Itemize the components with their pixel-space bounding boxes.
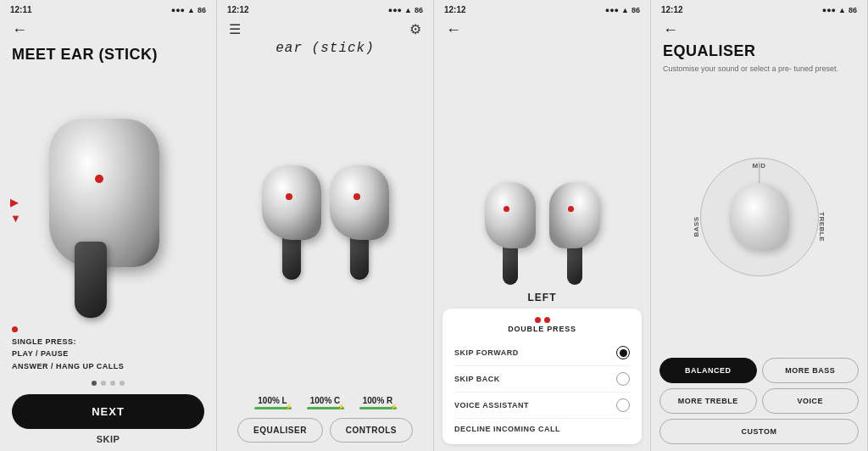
earbud-right-stem-3 xyxy=(567,244,582,285)
battery-3: 86 xyxy=(632,6,640,14)
earbuds-display-3 xyxy=(434,39,650,292)
option-skip-back[interactable]: SKIP BACK xyxy=(454,366,630,393)
earbud-left xyxy=(262,165,321,280)
preset-balanced[interactable]: BALANCED xyxy=(659,358,757,383)
earbud-image-1 xyxy=(49,119,168,271)
screen-device-home: 12:12 ●●● ▲ 86 ☰ ⚙ ear (stick) 100% L xyxy=(217,0,434,451)
radio-skip-back[interactable] xyxy=(616,372,630,386)
radio-skip-forward[interactable] xyxy=(616,346,630,359)
earbud-left-body xyxy=(262,165,321,240)
skip-button[interactable]: SKIP xyxy=(0,434,216,451)
back-button-4[interactable]: ← xyxy=(651,16,867,39)
press-dot-1 xyxy=(535,317,541,323)
double-press-dots xyxy=(454,317,630,323)
page-dots xyxy=(0,376,216,391)
screen-equaliser: 12:12 ●●● ▲ 86 ← EQUALISER Customise you… xyxy=(651,0,868,451)
back-button-3[interactable]: ← xyxy=(434,16,650,39)
battery-center: 100% C xyxy=(307,396,344,409)
preset-more-treble[interactable]: MORE TREBLE xyxy=(659,388,757,414)
option-voice-assistant[interactable]: VOICE ASSISTANT xyxy=(454,393,630,419)
earbud-left-stem-3 xyxy=(503,244,518,285)
dot-1 xyxy=(92,381,97,386)
option-decline-call-label: DECLINE INCOMING CALL xyxy=(454,425,560,433)
signal-icon-2: ●●● xyxy=(388,6,402,14)
page-subtitle-4: Customise your sound or select a pre- tu… xyxy=(651,60,867,80)
screen-controls: 12:12 ●●● ▲ 86 ← LEFT DOUBLE PRES xyxy=(434,0,651,451)
double-press-label: DOUBLE PRESS xyxy=(454,325,630,333)
info-red-dot xyxy=(12,326,18,332)
earbud-right xyxy=(330,165,389,280)
arrow-down-icon: ▼ xyxy=(10,212,21,225)
option-skip-forward[interactable]: SKIP FORWARD xyxy=(454,340,630,366)
press-dot-2 xyxy=(544,317,550,323)
earbud-right-body-3 xyxy=(549,182,600,248)
wifi-icon-1: ▲ xyxy=(187,6,195,14)
status-icons-2: ●●● ▲ 86 xyxy=(388,6,423,14)
status-time-3: 12:12 xyxy=(444,5,466,14)
status-bar-4: 12:12 ●●● ▲ 86 xyxy=(651,0,867,16)
earbud-left-3 xyxy=(485,182,536,285)
earbud-left-stem xyxy=(282,233,301,280)
eq-label-bass: BASS xyxy=(692,217,699,237)
back-button-1[interactable]: ← xyxy=(0,16,216,39)
preset-custom[interactable]: CUSTOM xyxy=(659,419,859,444)
radio-voice-assistant[interactable] xyxy=(616,398,630,412)
wifi-icon-3: ▲ xyxy=(621,6,629,14)
controls-card: DOUBLE PRESS SKIP FORWARD SKIP BACK VOIC… xyxy=(442,309,642,444)
tab-label: LEFT xyxy=(434,292,650,309)
earbud-illustration-1: ▶ ▼ xyxy=(0,64,216,326)
dot-3 xyxy=(110,381,115,386)
next-button[interactable]: NEXT xyxy=(12,394,204,429)
signal-icon-4: ●●● xyxy=(822,6,836,14)
eq-earbud-shape xyxy=(730,183,789,251)
earbud-right-body xyxy=(330,165,389,240)
option-voice-assistant-label: VOICE ASSISTANT xyxy=(454,401,529,409)
battery-status: 100% L 100% C 100% R xyxy=(217,393,433,415)
status-time-4: 12:12 xyxy=(661,5,683,14)
battery-2: 86 xyxy=(415,6,423,14)
battery-4: 86 xyxy=(849,6,857,14)
info-line-2: ANSWER / HANG UP CALLS xyxy=(12,360,204,372)
double-press-header: DOUBLE PRESS xyxy=(454,317,630,333)
wifi-icon-2: ▲ xyxy=(404,6,412,14)
wifi-icon-4: ▲ xyxy=(838,6,846,14)
info-label: SINGLE PRESS: xyxy=(12,336,204,348)
status-icons-1: ●●● ▲ 86 xyxy=(171,6,206,14)
settings-icon[interactable]: ⚙ xyxy=(409,21,421,37)
option-decline-call[interactable]: DECLINE INCOMING CALL xyxy=(454,419,630,439)
dot-2 xyxy=(101,381,106,386)
battery-left-bar xyxy=(254,407,292,409)
equaliser-button[interactable]: EQUALISER xyxy=(237,418,323,443)
brand-name: ear (stick) xyxy=(217,37,433,61)
controls-button[interactable]: CONTROLS xyxy=(330,418,413,443)
preset-buttons: BALANCED MORE BASS MORE TREBLE VOICE CUS… xyxy=(651,354,867,451)
preset-more-bass[interactable]: MORE BASS xyxy=(762,358,860,383)
action-buttons: EQUALISER CONTROLS xyxy=(217,415,433,451)
screen-meet-ear: 12:11 ●●● ▲ 86 ← MEET EAR (STICK) ▶ ▼ SI… xyxy=(0,0,217,451)
arrow-right-icon: ▶ xyxy=(10,196,21,209)
menu-icon[interactable]: ☰ xyxy=(229,21,241,37)
status-time-2: 12:12 xyxy=(227,5,249,14)
status-icons-3: ●●● ▲ 86 xyxy=(605,6,640,14)
earbuds-display xyxy=(217,61,433,393)
battery-center-bar xyxy=(307,407,344,409)
top-bar-2: ☰ ⚙ xyxy=(217,16,433,37)
info-line-1: PLAY / PAUSE xyxy=(12,348,204,359)
signal-icon-1: ●●● xyxy=(171,6,185,14)
earbud-right-dot xyxy=(353,193,360,200)
earbud-left-dot-3 xyxy=(504,206,509,212)
earbud-left-body-3 xyxy=(485,182,536,248)
battery-right: 100% R xyxy=(359,396,397,409)
status-bar-3: 12:12 ●●● ▲ 86 xyxy=(434,0,650,16)
eq-circle: MID BASS TREBLE xyxy=(700,158,819,276)
option-skip-forward-label: SKIP FORWARD xyxy=(454,348,519,357)
dot-4 xyxy=(120,381,125,386)
earbud-right-stem xyxy=(350,233,369,280)
eq-line-mid xyxy=(759,162,760,186)
status-bar-2: 12:12 ●●● ▲ 86 xyxy=(217,0,433,16)
battery-right-bar xyxy=(359,407,397,409)
gesture-arrows: ▶ ▼ xyxy=(10,196,21,225)
preset-voice[interactable]: VOICE xyxy=(762,388,860,414)
eq-label-treble: TREBLE xyxy=(818,212,826,242)
single-press-info: SINGLE PRESS: PLAY / PAUSE ANSWER / HANG… xyxy=(0,326,216,376)
